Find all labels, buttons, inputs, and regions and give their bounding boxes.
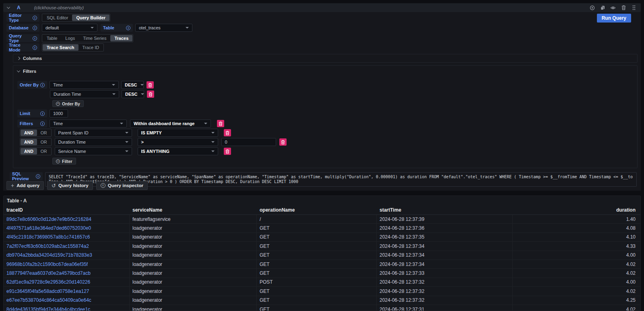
- operation-name-cell: GET: [257, 269, 377, 277]
- filter-operator-select[interactable]: IS EMPTY: [138, 129, 218, 137]
- order-by-direction-select[interactable]: DESC: [122, 90, 144, 98]
- info-icon[interactable]: i: [40, 122, 45, 126]
- columns-section-header[interactable]: Columns: [13, 54, 637, 62]
- run-query-button[interactable]: Run Query: [597, 14, 631, 23]
- remove-filter-button[interactable]: [224, 148, 231, 155]
- eye-icon[interactable]: [610, 5, 616, 10]
- or-option[interactable]: OR: [37, 148, 51, 154]
- trace-mode-trace-id[interactable]: Trace ID: [78, 44, 103, 51]
- remove-order-by-button[interactable]: [147, 81, 154, 89]
- editor-type-query-builder[interactable]: Query Builder: [72, 14, 109, 21]
- info-icon[interactable]: i: [40, 83, 45, 87]
- and-option[interactable]: AND: [21, 139, 37, 145]
- duration-cell: 1.40: [513, 215, 640, 223]
- service-name-cell: loadgenerator: [130, 224, 257, 232]
- trace-id-link[interactable]: 7a2f07ecf63c60b1029ab2ac155874a2: [4, 242, 130, 250]
- add-filter-button[interactable]: + Filter: [52, 158, 76, 165]
- or-option[interactable]: OR: [37, 139, 51, 145]
- trace-mode-trace-search[interactable]: Trace Search: [43, 44, 78, 51]
- query-type-logs[interactable]: Logs: [61, 35, 79, 41]
- duration-cell: 4.00: [513, 251, 640, 260]
- chevron-down-icon[interactable]: [7, 5, 10, 8]
- service-name-cell: loadgenerator: [130, 242, 257, 250]
- trace-id-link[interactable]: db9704a2bbda34204d159c71b78283e3: [4, 251, 130, 260]
- table-row: db9704a2bbda34204d159c71b78283e3 loadgen…: [4, 251, 640, 260]
- order-by-field-select[interactable]: Time: [50, 81, 119, 89]
- query-history-button[interactable]: ↺ Query history: [47, 181, 93, 190]
- help-icon[interactable]: [589, 5, 595, 10]
- start-time-cell: 2024-06-28 12:37:39: [377, 215, 513, 223]
- info-icon[interactable]: i: [36, 174, 40, 179]
- column-header-serviceName[interactable]: serviceName: [130, 206, 257, 214]
- limit-input[interactable]: 1000: [50, 109, 68, 117]
- info-icon[interactable]: i: [33, 26, 37, 30]
- query-row-header[interactable]: A (clickhouse-observability): [3, 3, 641, 12]
- database-select[interactable]: default: [42, 24, 97, 32]
- editor-type-sql-editor[interactable]: SQL Editor: [43, 14, 72, 21]
- filter-field-select[interactable]: Time: [50, 119, 127, 128]
- remove-filter-button[interactable]: [217, 120, 224, 127]
- chevron-down-icon: [211, 141, 215, 143]
- filter-field-select[interactable]: Duration Time: [55, 138, 132, 146]
- remove-order-by-button[interactable]: [147, 91, 154, 98]
- start-time-cell: 2024-06-28 12:37:32: [377, 278, 513, 286]
- chevron-down-icon: [17, 69, 20, 72]
- column-header-duration[interactable]: duration: [513, 206, 640, 214]
- trace-id-link[interactable]: 8d4de436135bf94d7e344b4c4bcdee1c: [4, 305, 130, 311]
- service-name-cell: loadgenerator: [130, 251, 257, 260]
- column-header-traceID[interactable]: traceID: [4, 206, 130, 214]
- query-inspector-button[interactable]: i Query inspector: [96, 181, 148, 190]
- trace-id-link[interactable]: e67ee7b53870d4c864ca50409ca0e64c: [4, 296, 130, 305]
- and-option[interactable]: AND: [21, 130, 37, 136]
- table-select[interactable]: otel_traces: [135, 24, 192, 32]
- copy-icon[interactable]: [600, 5, 605, 10]
- filters-section-header[interactable]: Filters: [13, 67, 637, 75]
- trace-id-link[interactable]: 4f45c21918c73698057a8b1c741657c6: [4, 233, 130, 241]
- filter-field-select[interactable]: Parent Span ID: [55, 129, 132, 137]
- remove-filter-button[interactable]: [224, 129, 231, 136]
- or-option[interactable]: OR: [37, 130, 51, 136]
- filter-operator-select[interactable]: >: [138, 138, 218, 146]
- drag-handle-icon[interactable]: [631, 5, 637, 10]
- trace-id-link[interactable]: 4f497571a618e364ed7ded60752030e0: [4, 224, 130, 232]
- trace-id-link[interactable]: 89dc7e8c6060c0d12de7e9b50c216284: [4, 215, 130, 223]
- chevron-down-icon: [141, 93, 144, 95]
- trace-mode-label: Trace Mode i: [6, 43, 39, 51]
- filter-operator-select[interactable]: IS ANYTHING: [138, 147, 218, 155]
- chevron-down-icon: [140, 84, 144, 86]
- trace-id-link[interactable]: e91c3645f04fa5e58adcd0758e1ea127: [4, 287, 130, 295]
- trace-id-link[interactable]: 62df1ec9a29728c9e29536c20d140226: [4, 278, 130, 286]
- order-by-label: Order By i: [17, 81, 47, 89]
- start-time-cell: 2024-06-28 12:37:34: [377, 242, 513, 250]
- operation-name-cell: GET: [257, 224, 377, 232]
- trace-id-link[interactable]: 96968b10fa2b2c1590bc67dea06ef35f: [4, 260, 130, 268]
- column-header-startTime[interactable]: startTime: [377, 206, 513, 214]
- add-order-by-button[interactable]: + Order By: [52, 100, 84, 107]
- column-header-operationName[interactable]: operationName: [257, 206, 377, 214]
- grafana-query-editor: A (clickhouse-observability): [0, 0, 644, 311]
- table-header-row: traceID serviceName operationName startT…: [4, 206, 640, 215]
- order-by-field-select[interactable]: Duration Time: [50, 90, 119, 98]
- remove-filter-button[interactable]: [279, 138, 287, 146]
- add-query-button[interactable]: + Add query: [6, 181, 44, 190]
- info-icon[interactable]: i: [33, 36, 37, 41]
- filter-field-select[interactable]: Service Name: [55, 147, 132, 155]
- info-icon[interactable]: i: [33, 45, 37, 50]
- info-icon[interactable]: i: [40, 111, 45, 116]
- filter-operator-select[interactable]: Within dashboard time range: [130, 119, 211, 128]
- query-type-time-series[interactable]: Time Series: [79, 35, 110, 41]
- query-type-traces[interactable]: Traces: [110, 35, 132, 41]
- and-option[interactable]: AND: [21, 148, 37, 154]
- filters-section: Filters Order By i Time DESC: [13, 65, 638, 168]
- trace-id-link[interactable]: 1887794f7eaa6037d0e2a4579bcd7acb: [4, 269, 130, 277]
- start-time-cell: 2024-06-28 12:37:32: [377, 296, 513, 305]
- info-icon[interactable]: i: [33, 16, 37, 20]
- order-by-direction-select[interactable]: DESC: [121, 81, 144, 89]
- editor-type-label: Editor Type i: [6, 14, 39, 22]
- filter-value-input[interactable]: 0: [221, 138, 276, 146]
- service-name-cell: loadgenerator: [130, 260, 257, 268]
- trash-icon[interactable]: [621, 5, 626, 10]
- start-time-cell: 2024-06-28 12:37:36: [377, 224, 513, 232]
- info-icon[interactable]: i: [126, 26, 130, 30]
- query-type-table[interactable]: Table: [43, 35, 61, 41]
